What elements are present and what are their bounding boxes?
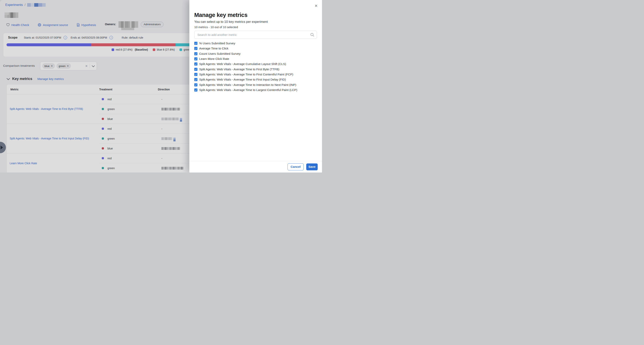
checkbox-checked[interactable] [194, 78, 198, 81]
checkbox-checked[interactable] [194, 52, 198, 55]
metric-option[interactable]: Split Agents: Web Vitals - Average Time … [194, 87, 317, 93]
checkbox-checked[interactable] [194, 68, 198, 71]
checkbox-checked[interactable] [194, 42, 198, 45]
metric-option[interactable]: Split Agents: Web Vitals - Average Time … [194, 82, 317, 87]
checkbox-checked[interactable] [194, 73, 198, 76]
metric-option[interactable]: Average Time to Click [194, 46, 317, 51]
metric-option[interactable]: Split Agents: Web Vitals - Average Time … [194, 72, 317, 77]
panel-footer: Cancel Save [189, 161, 322, 173]
manage-key-metrics-panel: ✕ Manage key metrics You can select up t… [189, 0, 322, 173]
checkbox-checked[interactable] [194, 83, 198, 87]
metrics-count-line: 10 metrics · 10 out of 10 selected [194, 26, 317, 29]
metric-option[interactable]: Learn More Click Rate [194, 56, 317, 62]
screen: Experiments / Health Check Assignment so… [0, 0, 322, 173]
save-button[interactable]: Save [306, 163, 318, 170]
close-icon[interactable]: ✕ [314, 4, 318, 8]
metric-option[interactable]: Count Users Submitted Survey [194, 51, 317, 56]
metric-option[interactable]: % Users Submitted Survey [194, 41, 317, 46]
checkbox-checked[interactable] [194, 57, 198, 61]
metrics-checkbox-list: % Users Submitted Survey Average Time to… [194, 41, 317, 93]
checkbox-checked[interactable] [194, 47, 198, 50]
panel-title: Manage key metrics [194, 12, 317, 18]
search-input[interactable] [194, 31, 317, 39]
search-icon[interactable] [310, 33, 314, 38]
cancel-button[interactable]: Cancel [288, 163, 304, 170]
metric-option[interactable]: Split Agents: Web Vitals - Average Time … [194, 67, 317, 72]
metric-option[interactable]: Split Agents: Web Vitals - Average Cumul… [194, 62, 317, 67]
metric-option[interactable]: Split Agents: Web Vitals - Average Time … [194, 77, 317, 82]
checkbox-checked[interactable] [194, 88, 198, 92]
checkbox-checked[interactable] [194, 63, 198, 66]
panel-subtitle: You can select up to 10 key metrics per … [194, 20, 317, 24]
